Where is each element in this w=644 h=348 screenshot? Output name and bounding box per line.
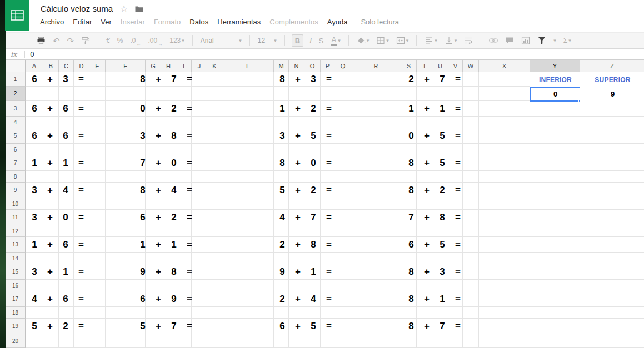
problem-cell-row13-group1[interactable]: 1+6= (27, 237, 89, 253)
column-header-M[interactable]: M (274, 60, 289, 72)
row-header-12[interactable]: 12 (6, 225, 26, 237)
cell-Y1[interactable]: INFERIOR (530, 72, 581, 87)
problem-cell-row17-group4[interactable]: 8+1= (403, 291, 466, 307)
problem-cell-row17-group1[interactable]: 4+6= (27, 291, 89, 307)
row-header-16[interactable]: 16 (6, 280, 26, 291)
row-header-8[interactable]: 8 (6, 171, 26, 183)
toolbar-filter-button[interactable] (536, 34, 547, 47)
problem-cell-row15-group3[interactable]: 9+1= (274, 264, 337, 280)
problem-cell-row19-group2[interactable]: 5+7= (135, 319, 197, 334)
problem-cell-row13-group3[interactable]: 2+8= (274, 237, 337, 253)
cell-Z2[interactable]: 9 (580, 87, 644, 102)
toolbar-insert-link-button[interactable] (488, 34, 499, 47)
column-header-B[interactable]: B (43, 60, 59, 72)
cell-Z1[interactable]: SUPERIOR (580, 72, 644, 87)
column-header-U[interactable]: U (432, 60, 448, 72)
column-header-Z[interactable]: Z (580, 60, 644, 72)
row-header-3[interactable]: 3 (6, 101, 26, 117)
problem-cell-row3-group4[interactable]: 1+1= (403, 101, 466, 117)
problem-cell-row7-group1[interactable]: 1+1= (27, 155, 89, 171)
toolbar-font-size-button[interactable]: 12▾ (257, 34, 278, 47)
toolbar-insert-comment-button[interactable] (504, 34, 515, 47)
formula-input-value[interactable]: 0 (30, 50, 34, 58)
problem-cell-row5-group3[interactable]: 3+5= (274, 128, 337, 144)
folder-icon[interactable] (135, 6, 143, 12)
formula-bar[interactable]: fx 0 (6, 49, 644, 60)
row-header-4[interactable]: 4 (6, 117, 26, 128)
select-all-corner[interactable] (6, 60, 26, 72)
toolbar-increase-decimal-button[interactable]: .00→ (147, 34, 164, 47)
toolbar-redo-button[interactable]: ↷ (66, 34, 76, 47)
problem-cell-row15-group4[interactable]: 8+3= (403, 264, 466, 280)
toolbar-percent-format-button[interactable]: % (116, 34, 124, 47)
problem-cell-row1-group4[interactable]: 2+7= (403, 72, 466, 87)
menu-ver[interactable]: Ver (101, 18, 112, 26)
toolbar-italic-button[interactable]: I (308, 34, 313, 47)
toolbar-functions-button[interactable]: Σ▾ (562, 34, 572, 47)
problem-cell-row19-group1[interactable]: 5+2= (27, 319, 89, 334)
sheets-logo[interactable] (5, 0, 29, 31)
column-header-L[interactable]: L (222, 60, 274, 72)
row-header-5[interactable]: 5 (6, 128, 26, 144)
column-header-C[interactable]: C (59, 60, 74, 72)
toolbar-strikethrough-button[interactable]: S (318, 34, 325, 47)
problem-cell-row3-group2[interactable]: 0+2= (135, 101, 197, 117)
row-header-19[interactable]: 19 (6, 319, 26, 334)
problem-cell-row17-group3[interactable]: 2+4= (274, 291, 337, 307)
column-header-Q[interactable]: Q (335, 60, 351, 72)
problem-cell-row1-group3[interactable]: 8+3= (274, 72, 337, 87)
problem-cell-row11-group2[interactable]: 6+2= (135, 210, 197, 225)
row-header-18[interactable]: 18 (6, 307, 26, 319)
menu-archivo[interactable]: Archivo (40, 18, 64, 26)
column-header-S[interactable]: S (401, 60, 417, 72)
row-header-15[interactable]: 15 (6, 264, 26, 280)
toolbar-font-family-button[interactable]: Arial▾ (199, 34, 243, 47)
problem-cell-row7-group4[interactable]: 8+5= (403, 155, 466, 171)
document-title[interactable]: Cálculo veloz suma (41, 4, 113, 13)
problem-cell-row19-group3[interactable]: 6+5= (274, 319, 337, 334)
row-header-6[interactable]: 6 (6, 144, 26, 155)
problem-cell-row13-group2[interactable]: 1+1= (135, 237, 197, 253)
problem-cell-row5-group4[interactable]: 0+5= (403, 128, 466, 144)
problem-cell-row15-group2[interactable]: 9+8= (135, 264, 197, 280)
menu-herramientas[interactable]: Herramientas (217, 18, 261, 26)
problem-cell-row5-group1[interactable]: 6+6= (27, 128, 89, 144)
cells-area[interactable]: 6+3=8+7=8+3=2+7=6+6=0+2=1+2=1+1=6+6=3+8=… (26, 72, 644, 348)
row-header-10[interactable]: 10 (6, 198, 26, 210)
cell-Y2[interactable]: 0 (530, 87, 581, 102)
row-header-14[interactable]: 14 (6, 253, 26, 264)
toolbar-currency-format-button[interactable]: € (105, 34, 111, 47)
problem-cell-row11-group4[interactable]: 7+8= (403, 210, 466, 225)
problem-cell-row3-group1[interactable]: 6+6= (27, 101, 89, 117)
column-header-V[interactable]: V (448, 60, 463, 72)
row-header-20[interactable]: 20 (6, 334, 26, 348)
column-header-A[interactable]: A (26, 60, 43, 72)
toolbar-decrease-decimal-button[interactable]: .0← (129, 34, 142, 47)
problem-cell-row11-group1[interactable]: 3+0= (27, 210, 89, 225)
toolbar-horizontal-align-button[interactable]: ▾ (423, 34, 438, 47)
column-header-R[interactable]: R (351, 60, 401, 72)
menu-ayuda[interactable]: Ayuda (327, 18, 348, 26)
problem-cell-row1-group1[interactable]: 6+3= (27, 72, 89, 87)
toolbar-insert-chart-button[interactable] (520, 34, 531, 47)
toolbar-undo-button[interactable]: ↶ (52, 34, 61, 47)
toolbar-filter-views-button[interactable]: ▾ (552, 34, 557, 47)
toolbar-more-formats-button[interactable]: 123▾ (168, 34, 186, 47)
column-header-G[interactable]: G (146, 60, 161, 72)
row-header-7[interactable]: 7 (6, 155, 26, 171)
column-header-Y[interactable]: Y (530, 60, 580, 72)
toolbar-paint-format-button[interactable] (80, 34, 91, 47)
row-header-11[interactable]: 11 (6, 210, 26, 225)
row-header-13[interactable]: 13 (6, 237, 26, 253)
row-header-17[interactable]: 17 (6, 291, 26, 307)
problem-cell-row19-group4[interactable]: 8+7= (403, 319, 466, 334)
problem-cell-row5-group2[interactable]: 3+8= (135, 128, 197, 144)
problem-cell-row9-group3[interactable]: 5+2= (274, 183, 337, 198)
problem-cell-row15-group1[interactable]: 3+1= (27, 264, 89, 280)
column-header-O[interactable]: O (304, 60, 321, 72)
problem-cell-row7-group2[interactable]: 7+0= (135, 155, 197, 171)
toolbar-print-button[interactable] (36, 34, 47, 47)
menu-datos[interactable]: Datos (189, 18, 208, 26)
toolbar-bold-button[interactable]: B (292, 34, 303, 47)
column-header-X[interactable]: X (479, 60, 530, 72)
